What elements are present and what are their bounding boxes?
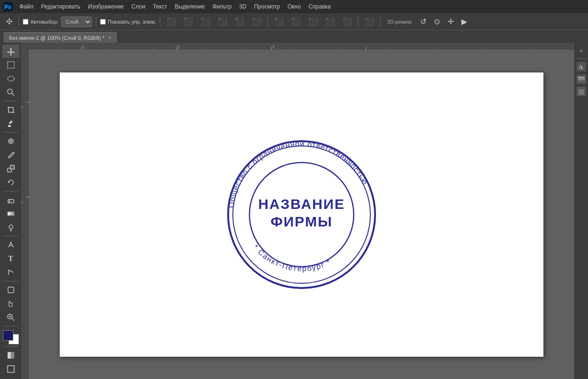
distribute-b-btn[interactable]: ⬛ (340, 16, 354, 27)
svg-line-15 (9, 199, 10, 203)
menu-layers[interactable]: Слои (128, 2, 148, 11)
distribute-h-btn[interactable]: ⬛ (306, 16, 320, 27)
tool-screen-mode[interactable] (2, 362, 19, 376)
menu-filter[interactable]: Фильтр (209, 2, 235, 11)
show-transform-checkbox-area: Показать упр. элем. (100, 19, 156, 25)
align-top-btn[interactable]: ⬛ (215, 16, 230, 27)
menu-text[interactable]: Текст (149, 2, 170, 11)
svg-point-4 (8, 76, 14, 81)
align-center-btn[interactable]: ⬛ (181, 16, 195, 27)
tool-pen[interactable] (2, 238, 19, 252)
svg-rect-72 (578, 81, 585, 82)
tool-brush[interactable] (2, 148, 19, 162)
show-transform-checkbox[interactable] (100, 19, 106, 25)
collapse-panels-btn[interactable]: » (576, 45, 587, 56)
distribute-t-btn[interactable]: ⬛ (323, 16, 337, 27)
svg-rect-73 (577, 87, 586, 96)
svg-rect-25 (8, 352, 11, 359)
svg-rect-8 (8, 125, 11, 127)
auto-select-checkbox[interactable] (23, 19, 28, 25)
svg-text:2: 2 (22, 201, 24, 203)
tool-move[interactable] (2, 45, 19, 58)
3d-mode-label: 3D-режим: (385, 18, 415, 26)
tool-clone-stamp[interactable] (2, 162, 19, 175)
document-tab[interactable]: Без имени-1 @ 100% (Слой 0, RGB/8) * × (4, 32, 117, 43)
foreground-background-colors[interactable] (3, 330, 19, 344)
toolbar-separator-4 (267, 17, 268, 27)
tool-quick-select[interactable] (2, 86, 19, 99)
tool-healing[interactable] (2, 135, 19, 148)
toolbar-separator-3 (160, 17, 160, 27)
rotate-3d-btn[interactable]: ↺ (418, 16, 429, 27)
toolbar-separator-2 (96, 17, 96, 27)
right-panel-separator (576, 58, 587, 59)
svg-text:Ps: Ps (4, 4, 11, 10)
svg-text:НАЗВАНИЕ: НАЗВАНИЕ (258, 196, 345, 212)
svg-point-17 (9, 225, 13, 229)
svg-text:1: 1 (83, 45, 85, 49)
right-panel: » A (574, 43, 588, 379)
toolbar-separator-1 (18, 17, 19, 27)
tool-marquee[interactable] (2, 58, 19, 72)
tool-separator-3 (4, 191, 18, 191)
svg-rect-71 (578, 79, 585, 80)
tool-text[interactable]: T (2, 252, 19, 265)
canvas-document: Общество с ограниченной ответственностью… (60, 72, 543, 357)
tool-separator-7 (4, 346, 18, 347)
tool-gradient[interactable] (2, 207, 19, 220)
menu-image[interactable]: Изображение (84, 2, 127, 11)
character-panel-btn[interactable]: A (576, 61, 587, 72)
properties-panel-btn[interactable] (576, 86, 587, 97)
auto-select-dropdown[interactable]: Слой Группа (61, 17, 92, 27)
toolbar-separator-6 (380, 17, 381, 27)
zoom-3d-btn[interactable]: ⊙ (432, 16, 442, 27)
svg-marker-2 (7, 47, 15, 55)
align-middle-btn[interactable]: ⬛ (232, 16, 247, 27)
menu-window[interactable]: Окно (284, 2, 304, 11)
ruler-top: 1 2 3 (29, 43, 574, 50)
tool-hand[interactable] (2, 297, 19, 310)
toolbar-separator-5 (358, 17, 358, 27)
tool-crop[interactable] (2, 103, 19, 117)
align-bottom-btn[interactable]: ⬛ (249, 16, 264, 27)
foreground-color[interactable] (3, 330, 13, 341)
arrange-btn[interactable]: ⬛ (362, 16, 377, 27)
svg-rect-27 (8, 366, 14, 372)
tool-zoom[interactable] (2, 311, 19, 324)
video-3d-btn[interactable]: ▶ (459, 16, 469, 27)
stamp-container: Общество с ограниченной ответственностью… (221, 134, 382, 295)
tool-separator-5 (4, 281, 18, 281)
menu-view[interactable]: Просмотр (251, 2, 284, 11)
tool-eraser[interactable] (2, 193, 19, 207)
tool-dodge[interactable] (2, 221, 19, 234)
svg-line-22 (12, 318, 14, 321)
menu-file[interactable]: Файл (16, 2, 37, 11)
svg-text:3: 3 (272, 45, 275, 49)
align-left-btn[interactable]: ⬛ (164, 16, 178, 27)
menu-edit[interactable]: Редактировать (38, 2, 84, 11)
tool-quick-mask[interactable] (2, 349, 19, 362)
tab-close-btn[interactable]: × (108, 35, 111, 41)
tool-lasso[interactable] (2, 72, 19, 85)
tool-separator-6 (4, 326, 18, 326)
menu-select[interactable]: Выделение (171, 2, 208, 11)
svg-rect-20 (8, 287, 14, 293)
main-area: T (0, 43, 588, 379)
svg-point-5 (8, 89, 12, 94)
app-logo: Ps (3, 1, 13, 12)
menu-3d[interactable]: 3D (236, 2, 249, 11)
svg-text:1: 1 (22, 106, 24, 108)
distribute-v-btn[interactable]: ⬛ (289, 16, 303, 27)
tool-path-select[interactable] (2, 266, 19, 279)
align-right-btn[interactable]: ⬛ (198, 16, 212, 27)
distribute-btn[interactable]: ⬛ (272, 16, 286, 27)
svg-line-6 (12, 93, 14, 96)
tool-eyedropper[interactable] (2, 117, 19, 130)
tool-shape[interactable] (2, 283, 19, 297)
tool-separator-2 (4, 132, 18, 133)
pan-3d-btn[interactable]: ✛ (445, 16, 456, 27)
svg-text:2: 2 (177, 45, 180, 49)
tool-history-brush[interactable] (2, 176, 19, 189)
layers-panel-btn[interactable] (576, 73, 587, 85)
menu-help[interactable]: Справка (305, 2, 334, 11)
